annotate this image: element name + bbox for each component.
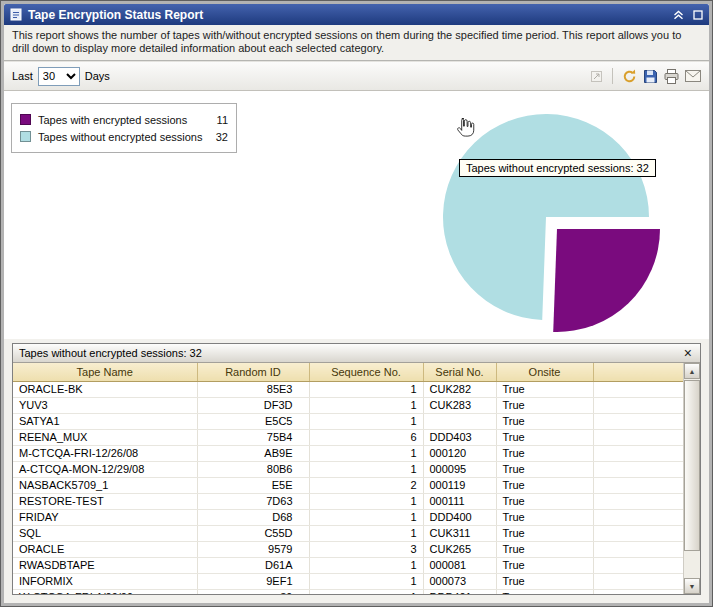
table-cell: FRIDAY <box>13 509 197 525</box>
table-cell: True <box>496 573 593 589</box>
table-cell: 2 <box>309 477 423 493</box>
table-row[interactable]: FRIDAYD681DDD400True <box>13 509 683 525</box>
legend-item-unencrypted: Tapes without encrypted sessions 32 <box>20 128 228 145</box>
scroll-down-button[interactable]: ▼ <box>684 578 700 594</box>
table-cell: 000111 <box>423 493 496 509</box>
table-cell: 1 <box>309 493 423 509</box>
table-cell: CUK283 <box>423 397 496 413</box>
table-cell: NASBACK5709_1 <box>13 477 197 493</box>
table-cell: 1 <box>309 509 423 525</box>
table-cell: ORACLE-BK <box>13 381 197 397</box>
table-cell: 1 <box>309 381 423 397</box>
pie-slice-encrypted[interactable] <box>553 229 660 332</box>
table-cell <box>423 413 496 429</box>
maximize-icon[interactable] <box>693 10 703 20</box>
table-cell: 1 <box>309 413 423 429</box>
table-cell <box>593 509 683 525</box>
table-cell: DDD400 <box>423 509 496 525</box>
table-cell <box>593 397 683 413</box>
print-icon[interactable] <box>664 69 679 84</box>
collapse-icon[interactable] <box>673 10 684 20</box>
table-cell: 000120 <box>423 445 496 461</box>
email-icon[interactable] <box>685 70 701 82</box>
report-description: This report shows the number of tapes wi… <box>4 25 709 61</box>
table-cell <box>593 573 683 589</box>
period-label-suffix: Days <box>85 70 110 82</box>
table-row[interactable]: SATYA1E5C51True <box>13 413 683 429</box>
table-row[interactable]: ORACLE-BK85E31CUK282True <box>13 381 683 397</box>
table-cell <box>593 381 683 397</box>
table-cell: True <box>496 541 593 557</box>
detail-panel: Tapes without encrypted sessions: 32 × T… <box>12 343 701 595</box>
table-cell: E5C5 <box>197 413 309 429</box>
table-row[interactable]: INFORMIX9EF11000073True <box>13 573 683 589</box>
legend-item-encrypted: Tapes with encrypted sessions 11 <box>20 111 228 128</box>
save-icon[interactable] <box>643 69 658 84</box>
table-cell: C55D <box>197 525 309 541</box>
table-row[interactable]: RWASDBTAPED61A1000081True <box>13 557 683 573</box>
title-bar[interactable]: Tape Encryption Status Report <box>4 4 709 25</box>
table-cell: 85E3 <box>197 381 309 397</box>
scroll-up-button[interactable]: ▲ <box>684 363 700 379</box>
table-cell: True <box>496 413 593 429</box>
report-window: Tape Encryption Status Report This repor… <box>0 0 713 607</box>
table-cell: 1 <box>309 445 423 461</box>
table-row[interactable]: ORACLE95793CUK265True <box>13 541 683 557</box>
table-cell: RWASDBTAPE <box>13 557 197 573</box>
table-row[interactable]: YUV3DF3D1CUK283True <box>13 397 683 413</box>
column-header[interactable]: Onsite <box>496 363 593 381</box>
table-cell: True <box>496 525 593 541</box>
table-row[interactable]: M-CTCQA-FRI-12/26/08AB9E1000120True <box>13 445 683 461</box>
table-cell: 1 <box>309 461 423 477</box>
report-window-body: Tape Encryption Status Report This repor… <box>4 4 709 603</box>
table-cell: RESTORE-TEST <box>13 493 197 509</box>
table-cell: 000081 <box>423 557 496 573</box>
column-header[interactable] <box>593 363 683 381</box>
table-row[interactable]: A-CTCQA-MON-12/29/0880B61000095True <box>13 461 683 477</box>
table-cell: DDD403 <box>423 429 496 445</box>
table-cell <box>593 525 683 541</box>
period-select[interactable]: 30 <box>38 67 80 86</box>
table-cell: AB9E <box>197 445 309 461</box>
table-cell: 1 <box>309 397 423 413</box>
column-header[interactable]: Tape Name <box>13 363 197 381</box>
close-icon[interactable]: × <box>682 346 694 360</box>
table-cell <box>593 557 683 573</box>
table-scrollbar[interactable]: ▲ ▼ <box>683 363 700 594</box>
table-row[interactable]: SQLC55D1CUK311True <box>13 525 683 541</box>
table-row[interactable]: NASBACK5709_1E5E2000119True <box>13 477 683 493</box>
expand-report-icon[interactable] <box>590 70 603 83</box>
table-cell: 3 <box>309 541 423 557</box>
table-cell: 9EF1 <box>197 573 309 589</box>
table-cell: True <box>496 381 593 397</box>
table-cell: A-CTCQA-MON-12/29/08 <box>13 461 197 477</box>
table-cell: 9579 <box>197 541 309 557</box>
table-row[interactable]: W-CTCQA-FRI-1/09/09391DDD401True <box>13 589 683 594</box>
scrollbar-thumb[interactable] <box>684 380 700 551</box>
refresh-icon[interactable] <box>622 69 637 84</box>
table-cell: True <box>496 461 593 477</box>
chart-area: Tapes with encrypted sessions 11 Tapes w… <box>4 91 709 339</box>
table-cell <box>593 477 683 493</box>
chart-tooltip: Tapes without encrypted sessions: 32 <box>459 159 656 177</box>
column-header[interactable]: Random ID <box>197 363 309 381</box>
hand-cursor-icon <box>456 117 475 144</box>
table-cell: 39 <box>197 589 309 594</box>
pie-chart[interactable] <box>402 107 704 339</box>
table-cell: 000119 <box>423 477 496 493</box>
scrollbar-track[interactable] <box>684 379 700 578</box>
table-row[interactable]: REENA_MUX75B46DDD403True <box>13 429 683 445</box>
column-header[interactable]: Sequence No. <box>309 363 423 381</box>
table-cell: CUK311 <box>423 525 496 541</box>
table-cell: D68 <box>197 509 309 525</box>
column-header[interactable]: Serial No. <box>423 363 496 381</box>
table-cell <box>593 413 683 429</box>
table-cell: E5E <box>197 477 309 493</box>
legend-value-encrypted: 11 <box>210 114 228 126</box>
table-row[interactable]: RESTORE-TEST7D631000111True <box>13 493 683 509</box>
report-icon <box>10 8 22 21</box>
table-cell: True <box>496 509 593 525</box>
table-cell: 6 <box>309 429 423 445</box>
table-cell: D61A <box>197 557 309 573</box>
table-cell: DDD401 <box>423 589 496 594</box>
